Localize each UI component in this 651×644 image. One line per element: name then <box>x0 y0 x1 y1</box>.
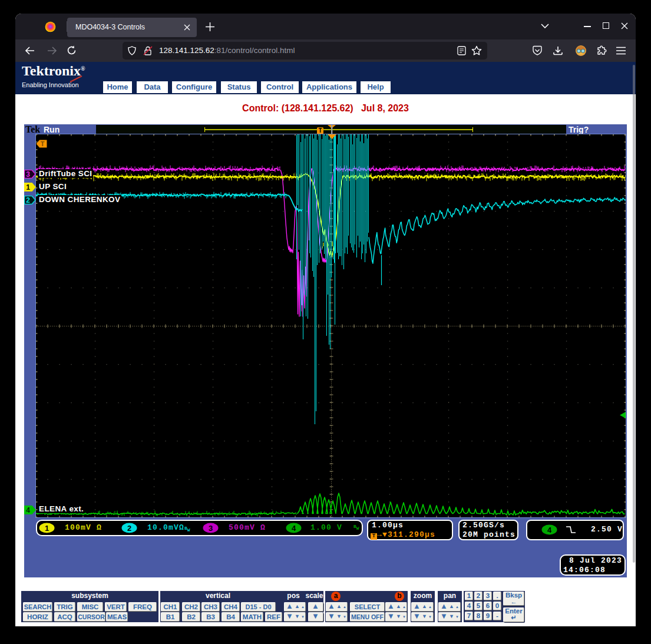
svg-text:4: 4 <box>547 526 552 534</box>
svg-text:3: 3 <box>209 524 213 533</box>
svg-text:4: 4 <box>292 524 296 533</box>
svg-text:2: 2 <box>127 524 131 533</box>
svg-text:T: T <box>41 140 45 147</box>
svg-text:4: 4 <box>26 506 30 514</box>
svg-text:1: 1 <box>26 183 30 191</box>
svg-text:2: 2 <box>26 196 30 204</box>
svg-text:1: 1 <box>45 524 49 533</box>
svg-text:3: 3 <box>26 170 30 179</box>
